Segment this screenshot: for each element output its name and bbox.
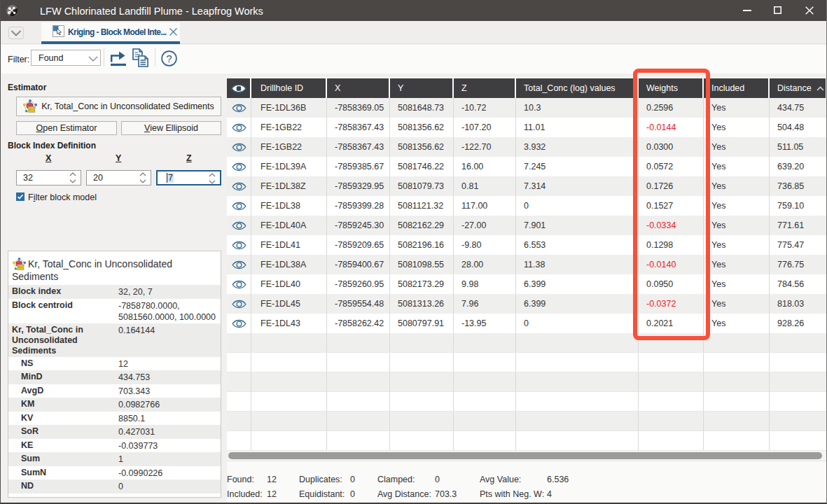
svg-text:?: ? <box>166 52 172 64</box>
